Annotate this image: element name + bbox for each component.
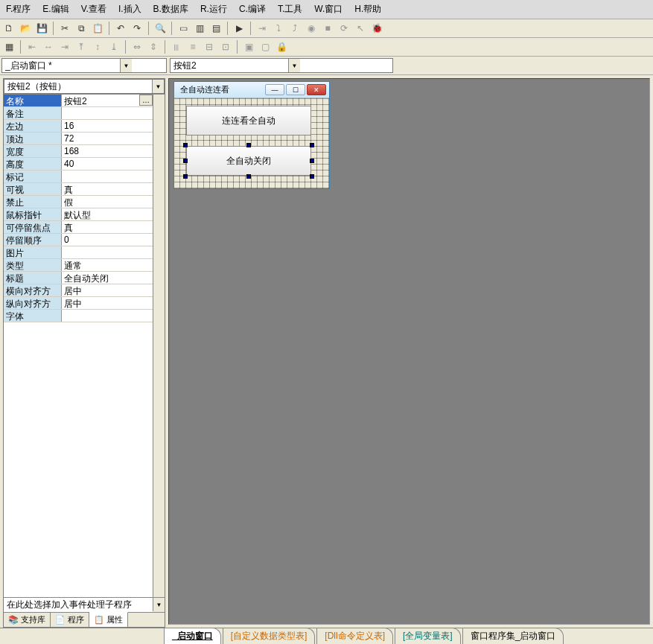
property-row[interactable]: 鼠标指针默认型 [4, 208, 153, 221]
property-row[interactable]: 名称按钮2… [4, 95, 153, 107]
chevron-down-icon[interactable]: ▼ [288, 59, 300, 72]
form-designer[interactable]: 全自动连连看 — ☐ ✕ 连连看全自动 全自动关闭 [173, 81, 330, 189]
align-right-icon[interactable]: ⇥ [57, 39, 72, 54]
btab-global-vars[interactable]: [全局变量表] [395, 628, 461, 644]
property-value[interactable]: 真 [62, 221, 153, 233]
property-value[interactable]: 按钮2… [62, 95, 153, 106]
chevron-down-icon[interactable]: ▼ [120, 59, 132, 72]
btab-dll-commands[interactable]: [Dll命令定义表] [316, 628, 393, 644]
cut-icon[interactable]: ✂ [57, 21, 72, 36]
event-selector[interactable]: ▼ [4, 597, 165, 612]
resize-handle-se[interactable] [310, 174, 314, 179]
property-row[interactable]: 可停留焦点真 [4, 221, 153, 234]
menu-edit[interactable]: E.编辑 [39, 1, 71, 17]
align-top-icon[interactable]: ⤒ [74, 39, 89, 54]
form-titlebar[interactable]: 全自动连连看 — ☐ ✕ [174, 82, 329, 98]
property-value[interactable]: 16 [62, 120, 153, 132]
chevron-down-icon[interactable]: ▼ [152, 80, 164, 93]
property-value[interactable]: 168 [62, 145, 153, 157]
menu-run[interactable]: R.运行 [197, 1, 230, 17]
close-button[interactable]: ✕ [307, 84, 326, 95]
ellipsis-button[interactable]: … [139, 95, 153, 106]
menu-view[interactable]: V.查看 [78, 1, 109, 17]
dist-h-icon[interactable]: ⫼ [169, 39, 184, 54]
btab-window-procs[interactable]: 窗口程序集_启动窗口 [462, 628, 564, 644]
menu-insert[interactable]: I.插入 [115, 1, 144, 17]
layout1-icon[interactable]: ▭ [176, 21, 191, 36]
find-icon[interactable]: 🔍 [153, 21, 168, 36]
property-row[interactable]: 顶边72 [4, 133, 153, 145]
center-v-icon[interactable]: ⊡ [218, 39, 233, 54]
property-row[interactable]: 标题全自动关闭 [4, 272, 153, 284]
new-file-icon[interactable]: 🗋 [1, 21, 16, 36]
align-center-h-icon[interactable]: ↔ [41, 39, 56, 54]
vertical-scrollbar[interactable] [153, 95, 165, 597]
property-value[interactable]: 真 [62, 183, 153, 195]
property-row[interactable]: 纵向对齐方式居中 [4, 297, 153, 310]
stop-icon[interactable]: ■ [320, 21, 335, 36]
property-grid[interactable]: 名称按钮2…备注左边16顶边72宽度168高度40标记可视真禁止假鼠标指针默认型… [4, 95, 153, 597]
layout2-icon[interactable]: ▥ [192, 21, 207, 36]
open-file-icon[interactable]: 📂 [18, 21, 33, 36]
menu-program[interactable]: F.程序 [3, 1, 34, 17]
grid-icon[interactable]: ▦ [1, 39, 16, 54]
property-value[interactable] [62, 310, 153, 322]
property-row[interactable]: 横向对齐方式居中 [4, 284, 153, 297]
align-left-icon[interactable]: ⇤ [25, 39, 39, 54]
resize-handle-nw[interactable] [183, 143, 188, 147]
tool-icon[interactable]: 🐞 [369, 21, 384, 36]
property-row[interactable]: 宽度168 [4, 145, 153, 158]
property-row[interactable]: 禁止假 [4, 196, 153, 208]
menu-tools[interactable]: T.工具 [275, 1, 305, 17]
btab-startup-window[interactable]: _启动窗口 [164, 628, 221, 644]
property-value[interactable]: 居中 [62, 284, 153, 296]
layout3-icon[interactable]: ▤ [208, 21, 223, 36]
same-width-icon[interactable]: ⇔ [130, 39, 144, 54]
save-icon[interactable]: 💾 [34, 21, 49, 36]
step-over-icon[interactable]: ⇥ [255, 21, 270, 36]
undo-icon[interactable]: ↶ [113, 21, 128, 36]
paste-icon[interactable]: 📋 [90, 21, 105, 36]
property-value[interactable]: 40 [62, 158, 153, 170]
design-surface[interactable]: 全自动连连看 — ☐ ✕ 连连看全自动 全自动关闭 [168, 78, 650, 625]
resize-handle-ne[interactable] [310, 143, 314, 147]
tab-support-lib[interactable]: 📚 支持库 [4, 613, 51, 627]
window-combo-input[interactable] [2, 59, 120, 72]
copy-icon[interactable]: ⧉ [74, 21, 89, 36]
align-middle-icon[interactable]: ↕ [90, 39, 105, 54]
control-combo-input[interactable] [171, 59, 288, 72]
bring-front-icon[interactable]: ▣ [241, 39, 256, 54]
object-selector[interactable]: ▼ [4, 79, 165, 95]
property-value[interactable] [62, 170, 153, 182]
property-row[interactable]: 标记 [4, 170, 153, 183]
property-value[interactable]: 全自动关闭 [62, 272, 153, 284]
property-value[interactable] [62, 107, 153, 119]
property-row[interactable]: 左边16 [4, 120, 153, 133]
property-value[interactable] [62, 246, 153, 258]
dist-v-icon[interactable]: ≡ [185, 39, 200, 54]
breakpoint-icon[interactable]: ◉ [304, 21, 319, 36]
tab-program[interactable]: 📄 程序 [51, 613, 89, 627]
menu-database[interactable]: B.数据库 [150, 1, 191, 17]
property-value[interactable]: 通常 [62, 259, 153, 271]
resize-handle-e[interactable] [310, 159, 314, 163]
property-row[interactable]: 图片 [4, 246, 153, 259]
window-combo[interactable]: ▼ [1, 58, 167, 73]
property-row[interactable]: 可视真 [4, 183, 153, 196]
form-body[interactable]: 连连看全自动 全自动关闭 [174, 98, 329, 188]
center-h-icon[interactable]: ⊟ [202, 39, 217, 54]
restart-icon[interactable]: ⟳ [337, 21, 351, 36]
resize-handle-n[interactable] [246, 143, 251, 147]
menu-help[interactable]: H.帮助 [351, 1, 384, 17]
tab-properties[interactable]: 📋 属性 [89, 612, 128, 627]
align-bottom-icon[interactable]: ⤓ [106, 39, 121, 54]
lock-icon[interactable]: 🔒 [274, 39, 289, 54]
cursor-icon[interactable]: ↖ [353, 21, 368, 36]
property-value[interactable]: 默认型 [62, 208, 153, 220]
property-value[interactable]: 居中 [62, 297, 153, 309]
menu-window[interactable]: W.窗口 [311, 1, 345, 17]
same-height-icon[interactable]: ⇕ [146, 39, 161, 54]
resize-handle-sw[interactable] [183, 174, 188, 179]
property-row[interactable]: 停留顺序0 [4, 234, 153, 246]
property-row[interactable]: 高度40 [4, 158, 153, 170]
